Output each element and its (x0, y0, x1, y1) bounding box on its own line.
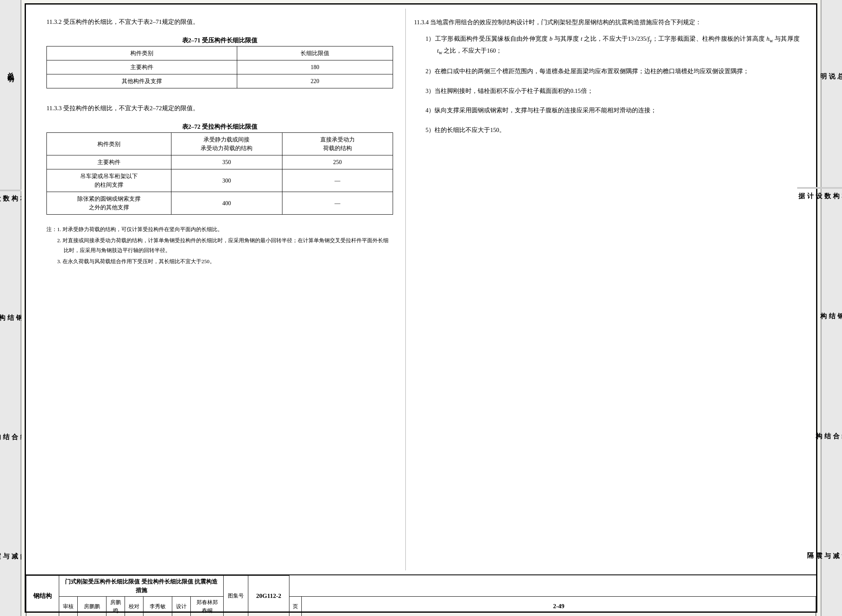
footer-page-label: 页 (289, 597, 302, 616)
right-panel: 11.3.4 当地震作用组合的效应控制结构设计时，门式刚架轻型房屋钢结构的抗震构… (405, 9, 812, 570)
footer-description: 门式刚架受压构件长细比限值 受拉构件长细比限值 抗震构造措施 (59, 576, 224, 597)
sidebar-right-item-basic[interactable]: 基结本构数设计据 (797, 187, 842, 189)
note-2: 2. 对直接或间接承受动力荷载的结构，计算单角钢受拉构件的长细比时，应采用角钢的… (46, 236, 393, 255)
table-71-header-0: 构件类别 (47, 46, 237, 60)
table-71-cell-0-0: 主要构件 (47, 60, 237, 74)
table-row: 主要构件 350 250 (47, 155, 393, 169)
footer-check-label: 校对 (125, 597, 143, 616)
table-72: 构件类别 承受静力载或间接承受动力荷载的结构 直接承受动力荷载的结构 主要构件 … (46, 132, 393, 215)
t72-r1-c1: 300 (171, 169, 282, 192)
page-body: 11.3.2 受压构件的长细比，不宜大于表2–71规定的限值。 表2–71 受压… (26, 5, 816, 574)
sidebar-item-general[interactable]: 总说明 (6, 67, 15, 72)
table-72-container: 表2–72 受拉构件长细比限值 构件类别 承受静力载或间接承受动力荷载的结构 直… (46, 123, 393, 215)
sidebar-left: 总说明 基结本构数设计据 钢结构 组合结构 消能减与震隔 (0, 0, 21, 616)
left-panel: 11.3.2 受压构件的长细比，不宜大于表2–71规定的限值。 表2–71 受压… (30, 9, 405, 570)
t72-r2-c0: 除张紧的圆钢或钢索支撑之外的其他支撑 (47, 192, 171, 215)
right-item-1: 1）工字形截面构件受压翼缘板自由外伸宽度 b 与其厚度 t 之比，不应大于13√… (426, 33, 800, 58)
footer-bar: 钢结构 门式刚架受压构件长细比限值 受拉构件长细比限值 抗震构造措施 图集号 2… (26, 574, 816, 611)
right-item-2: 2）在檐口或中柱的两侧三个檩距范围内，每道檩条处屋面梁均应布置双侧隅撑；边柱的檐… (426, 66, 800, 77)
sidebar-right-item-general[interactable]: 总说明 (819, 67, 842, 69)
footer-design-label: 设计 (172, 597, 191, 616)
page-outer: 11.3.2 受压构件的长细比，不宜大于表2–71规定的限值。 表2–71 受压… (25, 3, 817, 613)
footer-page-number: 2-49 (302, 597, 816, 616)
note-1: 注：1. 对承受静力荷载的结构，可仅计算受拉构件在竖向平面内的长细比。 (46, 225, 393, 234)
footer-drawer-label: 房鹏鸣 (106, 597, 125, 616)
table-71-cell-0-1: 180 (237, 60, 393, 74)
section-11-3-4-intro: 11.3.4 当地震作用组合的效应控制结构设计时，门式刚架轻型房屋钢结构的抗震构… (414, 17, 800, 28)
t72-r0-c2: 250 (282, 155, 393, 169)
footer-table: 钢结构 门式刚架受压构件长细比限值 受拉构件长细比限值 抗震构造措施 图集号 2… (26, 575, 816, 616)
sidebar-right: 总说明 基结本构数设计据 钢结构 组合结构 消能减与震隔 (821, 0, 842, 616)
table-72-header-0: 构件类别 (47, 133, 171, 155)
table-72-header-2: 直接承受动力荷载的结构 (282, 133, 393, 155)
table-row: 除张紧的圆钢或钢索支撑之外的其他支撑 400 — (47, 192, 393, 215)
footer-atlas-number: 20G112-2 (248, 576, 289, 616)
table-71-cell-1-0: 其他构件及支撑 (47, 74, 237, 88)
section-11-3-2: 11.3.2 受压构件的长细比，不宜大于表2–71规定的限值。 (46, 17, 393, 27)
notes-section: 注：1. 对承受静力荷载的结构，可仅计算受拉构件在竖向平面内的长细比。 2. 对… (46, 225, 393, 266)
t72-r1-c0: 吊车梁或吊车桁架以下的柱间支撑 (47, 169, 171, 192)
right-item-5: 5）柱的长细比不应大于150。 (426, 125, 800, 136)
t72-r2-c1: 400 (171, 192, 282, 215)
table-row: 其他构件及支撑 220 (47, 74, 393, 88)
footer-review-label: 审核 (59, 597, 78, 616)
sidebar-right-item-composite[interactable]: 组合结构 (814, 427, 842, 429)
table-row: 主要构件 180 (47, 60, 393, 74)
table-71-container: 表2–71 受压构件长细比限值 构件类别 长细比限值 主要构件 (46, 37, 393, 88)
table-71-header-1: 长细比限值 (237, 46, 393, 60)
table-71-cell-1-1: 220 (237, 74, 393, 88)
table-row: 吊车梁或吊车桁架以下的柱间支撑 300 — (47, 169, 393, 192)
t72-r0-c1: 350 (171, 155, 282, 169)
footer-category: 钢结构 (26, 576, 59, 616)
footer-check-name: 李秀敏 (143, 597, 172, 616)
footer-review-name: 房鹏鹏 (78, 597, 106, 616)
table-72-title: 表2–72 受拉构件长细比限值 (46, 123, 393, 131)
table-72-header-1: 承受静力载或间接承受动力荷载的结构 (171, 133, 282, 155)
right-item-4: 4）纵向支撑采用圆钢或钢索时，支撑与柱子腹板的连接应采用不能相对滑动的连接； (426, 105, 800, 116)
t72-r0-c0: 主要构件 (47, 155, 171, 169)
note-3: 3. 在永久荷载与风荷载组合作用下受压时，其长细比不宜大于250。 (46, 257, 393, 266)
t72-r1-c2: — (282, 169, 393, 192)
section-11-3-3: 11.3.3 受拉构件的长细比，不宜大于表2–72规定的限值。 (46, 103, 393, 113)
sidebar-right-item-damping[interactable]: 消能减与震隔 (806, 547, 842, 549)
footer-design-name: 郑春林郑春峒 (191, 597, 224, 616)
table-71: 构件类别 长细比限值 主要构件 180 其他构件及支撑 220 (46, 46, 393, 88)
sidebar-item-steel[interactable]: 钢结构 (0, 309, 23, 310)
main-content: 11.3.2 受压构件的长细比，不宜大于表2–71规定的限值。 表2–71 受压… (21, 0, 821, 616)
table-71-title: 表2–71 受压构件长细比限值 (46, 37, 393, 44)
right-item-3: 3）当柱脚刚接时，锚栓面积不应小于柱子截面面积的0.15倍； (426, 86, 800, 97)
sidebar-right-item-steel[interactable]: 钢结构 (819, 307, 842, 309)
t72-r2-c2: — (282, 192, 393, 215)
footer-atlas-label: 图集号 (224, 576, 248, 616)
